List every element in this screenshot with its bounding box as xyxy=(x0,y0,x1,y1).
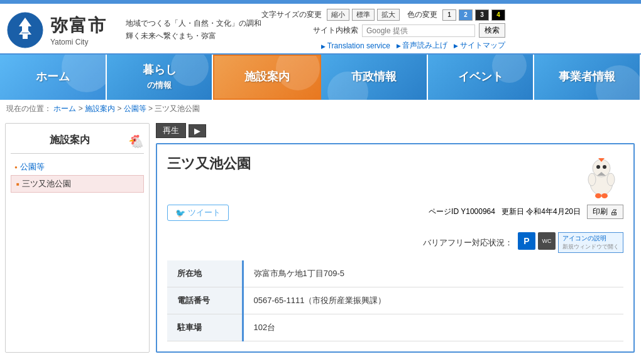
nav-item-jigyosha[interactable]: 事業者情報 xyxy=(534,55,641,100)
table-row: 電話番号0567-65-1111（市役所産業振興課） xyxy=(167,287,623,314)
header-right: 文字サイズの変更 縮小 標準 拡大 色の変更 1 2 3 4 サイト内検索 検索… xyxy=(261,9,505,51)
barrier-icon-wc: WC xyxy=(538,232,556,250)
search-row: サイト内検索 検索 xyxy=(313,23,505,38)
meta-row: ページID Y1000964 更新日 令和4年4月20日 印刷 🖨 xyxy=(429,205,623,219)
sitemap-link[interactable]: サイトマップ xyxy=(454,40,505,51)
logo-icon xyxy=(6,11,44,49)
content-header: 三ツ又池公園 xyxy=(167,154,623,198)
barrier-icon-parking: P xyxy=(518,232,535,250)
sidebar-koen-link[interactable]: 公園等 xyxy=(11,159,144,175)
color-btn-2[interactable]: 2 xyxy=(459,9,473,21)
play-bar: 再生 ▶ xyxy=(156,123,635,138)
svg-point-7 xyxy=(596,165,600,169)
nav-item-event[interactable]: イベント xyxy=(428,55,535,100)
row-label: 電話番号 xyxy=(167,287,243,314)
row-label: 所在地 xyxy=(167,260,243,287)
play-next-button[interactable]: ▶ xyxy=(189,124,206,137)
breadcrumb: 現在の位置： ホーム > 施設案内 > 公園等 > 三ツ又池公園 xyxy=(0,100,641,118)
barrier-row: バリアフリー対応状況： P WC アイコンの説明新規ウィンドウで開く xyxy=(167,227,623,260)
printer-icon: 🖨 xyxy=(610,208,618,217)
wc-label: WC xyxy=(542,238,552,244)
voice-link[interactable]: 音声読み上げ xyxy=(397,40,448,51)
page-id: ページID Y1000964 xyxy=(429,206,495,217)
barrier-label: バリアフリー対応状況： xyxy=(423,237,513,249)
page-title: 三ツ又池公園 xyxy=(167,154,251,173)
main-area: 施設案内 🐔 公園等 三ツ又池公園 再生 ▶ 三ツ又池公園 xyxy=(0,118,641,358)
nav-item-kurashi[interactable]: 暮らしの情報 xyxy=(107,55,214,100)
search-input[interactable] xyxy=(362,24,475,37)
row-value: 102台 xyxy=(243,314,623,341)
city-en: Yatomi City xyxy=(50,38,107,46)
twitter-icon: 🐦 xyxy=(175,208,185,218)
logo-area: 弥富市 Yatomi City 地域でつくる「人・自然・文化」の調和 輝く未来へ… xyxy=(6,11,261,49)
color-label: 色の変更 xyxy=(407,9,437,20)
svg-point-8 xyxy=(603,165,606,169)
barrier-icons: P WC アイコンの説明新規ウィンドウで開く xyxy=(518,232,623,253)
svg-point-10 xyxy=(607,173,615,186)
translation-link[interactable]: Translation service xyxy=(321,41,390,50)
breadcrumb-current: 三ツ又池公園 xyxy=(155,104,200,113)
sidebar-sub-item[interactable]: 三ツ又池公園 xyxy=(11,175,144,193)
row-value: 0567-65-1111（市役所産業振興課） xyxy=(243,287,623,314)
nav-item-shisetsu[interactable]: 施設案内 xyxy=(213,55,321,100)
info-table: 所在地弥富市鳥ケ地1丁目709-5電話番号0567-65-1111（市役所産業振… xyxy=(167,260,623,341)
links-row: Translation service 音声読み上げ サイトマップ xyxy=(321,40,505,51)
logo-tagline: 地域でつくる「人・自然・文化」の調和 輝く未来へ繋ぐまち・弥富 xyxy=(126,18,261,41)
mascot-image xyxy=(579,154,623,198)
city-name: 弥富市 xyxy=(50,14,107,38)
breadcrumb-koen[interactable]: 公園等 xyxy=(124,104,146,113)
play-button[interactable]: 再生 xyxy=(156,123,186,138)
svg-point-11 xyxy=(595,193,601,198)
search-label: サイト内検索 xyxy=(313,25,358,36)
color-btn-4[interactable]: 4 xyxy=(491,9,505,21)
svg-point-12 xyxy=(601,193,608,198)
content-box: 三ツ又池公園 xyxy=(156,143,635,353)
nav-bar: ホーム 暮らしの情報 施設案内 市政情報 イベント 事業者情報 xyxy=(0,53,641,100)
sidebar-section: 公園等 三ツ又池公園 xyxy=(11,159,144,193)
color-btn-3[interactable]: 3 xyxy=(475,9,489,21)
header: 弥富市 Yatomi City 地域でつくる「人・自然・文化」の調和 輝く未来へ… xyxy=(0,4,641,53)
nav-item-home[interactable]: ホーム xyxy=(0,55,107,100)
content-area: 再生 ▶ 三ツ又池公園 xyxy=(150,118,641,358)
row-label: 駐車場 xyxy=(167,314,243,341)
search-button[interactable]: 検索 xyxy=(479,23,505,38)
sidebar: 施設案内 🐔 公園等 三ツ又池公園 xyxy=(5,123,150,353)
font-normal-button[interactable]: 標準 xyxy=(352,9,375,21)
nav-item-shisei[interactable]: 市政情報 xyxy=(321,55,428,100)
font-size-label: 文字サイズの変更 xyxy=(261,9,322,20)
meta-clearfix: 🐦 ツイート ページID Y1000964 更新日 令和4年4月20日 印刷 🖨 xyxy=(167,205,623,227)
breadcrumb-shisetsu[interactable]: 施設案内 xyxy=(85,104,115,113)
font-size-row: 文字サイズの変更 縮小 標準 拡大 色の変更 1 2 3 4 xyxy=(261,9,505,21)
twitter-button[interactable]: 🐦 ツイート xyxy=(167,205,229,221)
color-btn-1[interactable]: 1 xyxy=(442,9,456,21)
logo-text: 弥富市 Yatomi City xyxy=(50,14,107,46)
sidebar-icon: 🐔 xyxy=(128,134,144,149)
svg-rect-3 xyxy=(23,34,28,39)
breadcrumb-home[interactable]: ホーム xyxy=(53,104,76,113)
svg-point-9 xyxy=(588,173,596,186)
barrier-explain-link[interactable]: アイコンの説明新規ウィンドウで開く xyxy=(558,232,623,253)
row-value: 弥富市鳥ケ地1丁目709-5 xyxy=(243,260,623,287)
table-row: 所在地弥富市鳥ケ地1丁目709-5 xyxy=(167,260,623,287)
font-small-button[interactable]: 縮小 xyxy=(327,9,349,21)
sidebar-title: 施設案内 🐔 xyxy=(11,130,144,154)
table-row: 駐車場102台 xyxy=(167,314,623,341)
font-large-button[interactable]: 拡大 xyxy=(377,9,400,21)
breadcrumb-prefix: 現在の位置： xyxy=(6,104,52,113)
update-date: 更新日 令和4年4月20日 xyxy=(501,206,581,217)
print-button[interactable]: 印刷 🖨 xyxy=(587,205,623,219)
